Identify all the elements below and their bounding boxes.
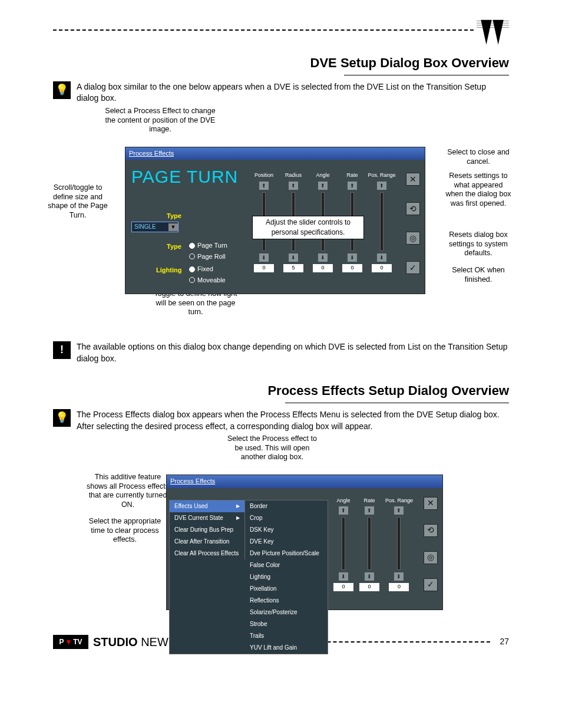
- menu-clear-after-transition[interactable]: Clear After Transition: [170, 536, 244, 548]
- callout-reset-first: Resets settings to what appeared when th…: [443, 170, 514, 210]
- arrow-up-icon[interactable]: ⬆: [339, 506, 348, 515]
- ok-icon[interactable]: ✓: [424, 578, 438, 591]
- arrow-down-icon[interactable]: ⬇: [348, 253, 357, 262]
- type-radio-group: Page Turn Page Roll: [189, 241, 227, 263]
- arrow-down-icon[interactable]: ⬇: [365, 572, 374, 581]
- chevron-down-icon[interactable]: ▼: [168, 223, 178, 231]
- menu-yuv[interactable]: YUV Lift and Gain: [245, 642, 328, 654]
- menubar[interactable]: Process Effects: [167, 475, 442, 487]
- menu-dve-current-state[interactable]: DVE Current State▶: [170, 512, 244, 524]
- callout-additive: This additive feature shows all Process …: [84, 472, 172, 511]
- menu-lighting[interactable]: Lighting: [245, 571, 328, 583]
- radio-fixed[interactable]: [189, 266, 195, 272]
- close-icon[interactable]: ✕: [406, 173, 420, 186]
- type-label-2: Type: [167, 242, 181, 251]
- default-icon[interactable]: ◎: [424, 551, 438, 564]
- menu-trails[interactable]: Trails: [245, 630, 328, 642]
- dve-dialog-screenshot: Process Effects PAGE TURN Type SINGLE▼ T…: [125, 147, 425, 294]
- heading-process-effects: Process Effects Setup Dialog Overview: [53, 382, 509, 400]
- radio-moveable[interactable]: [189, 277, 195, 283]
- page-number: 27: [500, 636, 509, 648]
- callout-reset-default: Resets dialog box settings to system def…: [443, 229, 514, 259]
- dialog-title: PAGE TURN: [131, 164, 238, 189]
- menu-solarize[interactable]: Solarize/Posterize: [245, 607, 328, 618]
- top-dashed-rule: [53, 29, 474, 31]
- callout-clear-time: Select the appropriate time to clear pro…: [84, 516, 166, 546]
- menu-clear-bus-prep[interactable]: Clear During Bus Prep: [170, 524, 244, 536]
- heading-dve-setup: DVE Setup Dialog Box Overview: [53, 54, 509, 73]
- arrow-up-icon[interactable]: ⬆: [348, 182, 357, 190]
- type-select[interactable]: SINGLE▼: [131, 222, 178, 232]
- menu-dve-picture[interactable]: Dve Picture Position/Scale: [245, 548, 328, 559]
- menu-strobe[interactable]: Strobe: [245, 618, 328, 630]
- diagram-2: Select the Process effect to be used. Th…: [54, 439, 508, 610]
- callout-scroll-toggle: Scroll/toggle to define size and shape o…: [42, 182, 113, 222]
- arrow-down-icon[interactable]: ⬇: [318, 253, 328, 262]
- lighting-label: Lighting: [156, 266, 181, 275]
- arrow-up-icon[interactable]: ⬆: [377, 182, 386, 190]
- lightbulb-icon: 💡: [53, 409, 71, 427]
- heading-rule: [344, 75, 509, 75]
- svg-marker-0: [481, 20, 491, 45]
- arrow-down-icon[interactable]: ⬇: [289, 253, 298, 262]
- arrow-down-icon[interactable]: ⬇: [394, 572, 404, 581]
- process-effects-dialog-screenshot: Process Effects SINGLE▼ Type Lighting Pa…: [166, 475, 443, 610]
- type-label: Type: [167, 212, 181, 220]
- lightbulb-icon: 💡: [53, 81, 71, 99]
- lighting-radio-group: Fixed Moveable: [189, 265, 226, 286]
- callout-process-effect: Select a Process Effect to change the co…: [101, 106, 219, 136]
- callout-close-cancel: Select to close and cancel.: [443, 147, 514, 167]
- callout-select-process: Select the Process effect to be used. Th…: [225, 433, 319, 463]
- process-effects-menu: Effects Used▶ DVE Current State▶ Clear D…: [169, 500, 328, 654]
- callout-slider-adjust: Adjust the slider controls to personal s…: [252, 216, 364, 239]
- options-note: The available options on this dialog box…: [77, 341, 509, 364]
- ok-icon[interactable]: ✓: [406, 261, 420, 274]
- footer-logo: P▼TV: [53, 635, 88, 649]
- default-icon[interactable]: ◎: [406, 232, 420, 245]
- arrow-up-icon[interactable]: ⬆: [394, 506, 404, 515]
- footer-title: STUDIO NEWS: [93, 634, 176, 650]
- intro-text-2: The Process Effects dialog box appears w…: [77, 409, 509, 432]
- menu-reflections[interactable]: Reflections: [245, 595, 328, 607]
- exclamation-icon: !: [53, 341, 71, 359]
- corner-logo: [477, 18, 509, 50]
- arrow-up-icon[interactable]: ⬆: [318, 182, 328, 190]
- arrow-down-icon[interactable]: ⬇: [377, 253, 386, 262]
- arrow-down-icon[interactable]: ⬇: [259, 253, 269, 262]
- diagram-1: Select a Process Effect to change the co…: [54, 111, 508, 312]
- menu-effects-used[interactable]: Effects Used▶: [170, 500, 244, 512]
- menu-crop[interactable]: Crop: [245, 512, 328, 524]
- radio-page-roll[interactable]: [189, 253, 195, 259]
- arrow-up-icon[interactable]: ⬆: [365, 506, 374, 515]
- menu-border[interactable]: Border: [245, 500, 328, 512]
- reset-icon[interactable]: ⟲: [406, 202, 420, 215]
- arrow-up-icon[interactable]: ⬆: [259, 182, 269, 190]
- intro-text-1: A dialog box similar to the one below ap…: [77, 81, 509, 104]
- callout-select-ok: Select OK when finished.: [443, 265, 514, 285]
- svg-marker-1: [493, 20, 504, 45]
- reset-icon[interactable]: ⟲: [424, 524, 438, 537]
- heading-rule-2: [285, 403, 509, 403]
- menubar[interactable]: Process Effects: [125, 147, 425, 160]
- radio-page-turn[interactable]: [189, 243, 195, 249]
- arrow-down-icon[interactable]: ⬇: [339, 572, 348, 581]
- slider-track[interactable]: [380, 192, 384, 251]
- menu-dve-key[interactable]: DVE Key: [245, 536, 328, 548]
- menu-pixellation[interactable]: Pixellation: [245, 583, 328, 595]
- menu-false-color[interactable]: False Color: [245, 559, 328, 571]
- menu-dsk-key[interactable]: DSK Key: [245, 524, 328, 536]
- arrow-up-icon[interactable]: ⬆: [289, 182, 298, 190]
- menu-clear-all[interactable]: Clear All Process Effects: [170, 548, 244, 559]
- close-icon[interactable]: ✕: [424, 497, 438, 510]
